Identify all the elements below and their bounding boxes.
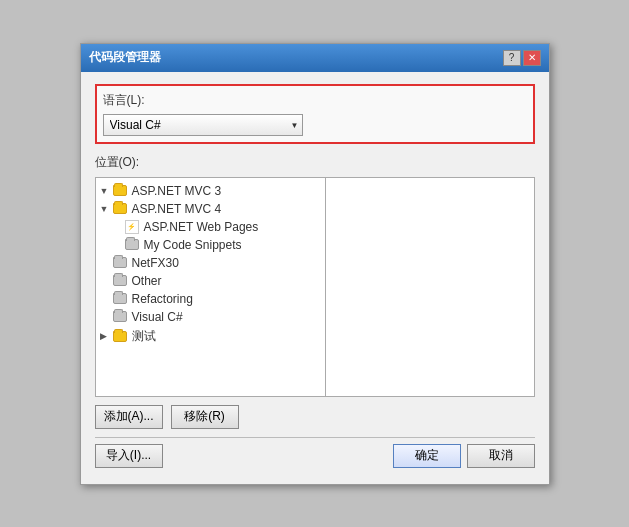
tree-item-label: ASP.NET Web Pages	[144, 220, 259, 234]
language-select[interactable]: Visual C# Visual Basic C++ HTML JavaScri…	[103, 114, 303, 136]
dialog-window: 代码段管理器 ? ✕ 语言(L): Visual C# Visual Basic…	[80, 43, 550, 485]
detail-panel	[326, 178, 534, 396]
cancel-button[interactable]: 取消	[467, 444, 535, 468]
bottom-row: 导入(I)... 确定 取消	[95, 440, 535, 472]
folder-yellow-icon	[112, 329, 128, 343]
tree-item-netfx30[interactable]: NetFX30	[96, 254, 325, 272]
button-separator	[95, 437, 535, 438]
tree-item-other[interactable]: Other	[96, 272, 325, 290]
tree-item-aspnet-mvc3[interactable]: ▼ASP.NET MVC 3	[96, 182, 325, 200]
tree-item-aspnet-mvc4[interactable]: ▼ASP.NET MVC 4	[96, 200, 325, 218]
dialog-title: 代码段管理器	[89, 49, 161, 66]
close-button[interactable]: ✕	[523, 50, 541, 66]
folder-gray-icon	[112, 256, 128, 270]
tree-item-my-code-snippets[interactable]: My Code Snippets	[96, 236, 325, 254]
language-select-wrapper: Visual C# Visual Basic C++ HTML JavaScri…	[103, 114, 303, 136]
tree-item-label: ASP.NET MVC 3	[132, 184, 222, 198]
language-label: 语言(L):	[103, 92, 527, 109]
position-label: 位置(O):	[95, 154, 535, 171]
add-button[interactable]: 添加(A)...	[95, 405, 163, 429]
help-button[interactable]: ?	[503, 50, 521, 66]
title-bar-controls: ? ✕	[503, 50, 541, 66]
tree-item-label: Visual C#	[132, 310, 183, 324]
title-bar: 代码段管理器 ? ✕	[81, 44, 549, 72]
snippet-icon: ⚡	[124, 220, 140, 234]
expand-right-icon: ▶	[100, 331, 112, 341]
language-section: 语言(L): Visual C# Visual Basic C++ HTML J…	[95, 84, 535, 144]
tree-item-label: My Code Snippets	[144, 238, 242, 252]
folder-gray-icon	[124, 238, 140, 252]
tree-detail-panel: ▼ASP.NET MVC 3▼ASP.NET MVC 4⚡ASP.NET Web…	[95, 177, 535, 397]
tree-item-visual-cs[interactable]: Visual C#	[96, 308, 325, 326]
folder-yellow-icon	[112, 184, 128, 198]
tree-item-label: ASP.NET MVC 4	[132, 202, 222, 216]
ok-button[interactable]: 确定	[393, 444, 461, 468]
tree-item-label: Refactoring	[132, 292, 193, 306]
folder-gray-icon	[112, 310, 128, 324]
import-button[interactable]: 导入(I)...	[95, 444, 163, 468]
tree-item-label: Other	[132, 274, 162, 288]
tree-item-refactoring[interactable]: Refactoring	[96, 290, 325, 308]
right-buttons: 确定 取消	[393, 444, 535, 468]
dialog-body: 语言(L): Visual C# Visual Basic C++ HTML J…	[81, 72, 549, 484]
tree-item-label: 测试	[132, 328, 156, 345]
tree-item-label: NetFX30	[132, 256, 179, 270]
tree-panel[interactable]: ▼ASP.NET MVC 3▼ASP.NET MVC 4⚡ASP.NET Web…	[96, 178, 326, 396]
folder-gray-icon	[112, 274, 128, 288]
folder-yellow-icon	[112, 202, 128, 216]
folder-gray-icon	[112, 292, 128, 306]
expand-down-icon: ▼	[100, 186, 112, 196]
expand-down-icon: ▼	[100, 204, 112, 214]
tree-item-aspnet-webpages[interactable]: ⚡ASP.NET Web Pages	[96, 218, 325, 236]
add-remove-row: 添加(A)... 移除(R)	[95, 397, 535, 435]
tree-item-test[interactable]: ▶测试	[96, 326, 325, 347]
remove-button[interactable]: 移除(R)	[171, 405, 239, 429]
